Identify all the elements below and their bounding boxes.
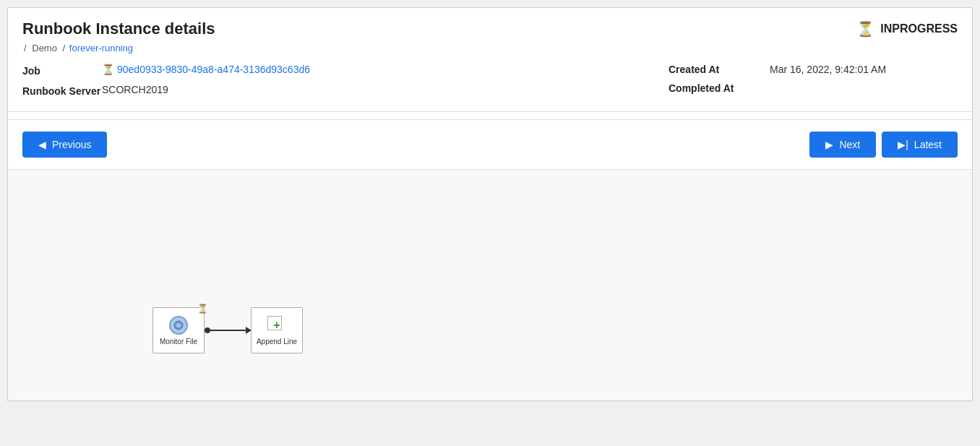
page-title: Runbook Instance details [22,20,215,38]
latest-button[interactable]: ▶| Latest [882,132,958,158]
workflow-diagram: ⏳ Monitor File Append Line [152,307,303,353]
job-value: ⏳ 90ed0933-9830-49a8-a474-3136d93c63d6 [102,64,310,75]
next-play-icon: ▶ [825,139,833,150]
status-text: INPROGRESS [880,22,958,35]
right-nav-buttons: ▶ Next ▶| Latest [809,132,958,158]
breadcrumb-separator2: / [63,43,68,53]
next-button[interactable]: ▶ Next [809,132,876,158]
next-label: Next [839,139,860,150]
job-icon: ⏳ [102,64,114,75]
breadcrumb-separator: / [24,43,27,53]
latest-label: Latest [914,139,942,150]
node-connector [205,327,251,333]
previous-button[interactable]: ◀ Previous [22,132,107,158]
monitor-file-label: Monitor File [160,338,197,346]
runbook-server-label: Runbook Server [22,84,102,97]
job-id-link[interactable]: 90ed0933-9830-49a8-a474-3136d93c63d6 [117,64,310,75]
hourglass-icon: ⏳ [856,20,874,38]
completed-at-label: Completed At [669,82,770,94]
append-line-node[interactable]: Append Line [251,307,303,353]
append-line-icon [267,316,286,335]
monitor-file-node[interactable]: ⏳ Monitor File [152,307,205,353]
job-label: Job [22,64,102,77]
latest-icon: ▶| [898,139,908,150]
created-at-value: Mar 16, 2022, 9:42:01 AM [770,64,886,75]
breadcrumb-forever-running[interactable]: forever-running [69,43,133,53]
previous-icon: ◀ [38,139,46,150]
created-at-label: Created At [669,64,770,75]
previous-label: Previous [52,139,91,150]
navigation-bar: ◀ Previous ▶ Next ▶| Latest [8,119,972,169]
append-line-label: Append Line [257,338,297,346]
monitor-file-status-icon: ⏳ [197,304,208,314]
breadcrumb-demo: Demo [32,43,57,53]
runbook-server-value: SCORCH2019 [102,84,168,95]
workflow-diagram-area: ⏳ Monitor File Append Line [8,169,972,400]
breadcrumb: / Demo / forever-running [22,43,958,53]
monitor-file-icon [169,316,188,335]
svg-point-1 [176,323,181,327]
status-badge: ⏳ INPROGRESS [856,20,958,38]
